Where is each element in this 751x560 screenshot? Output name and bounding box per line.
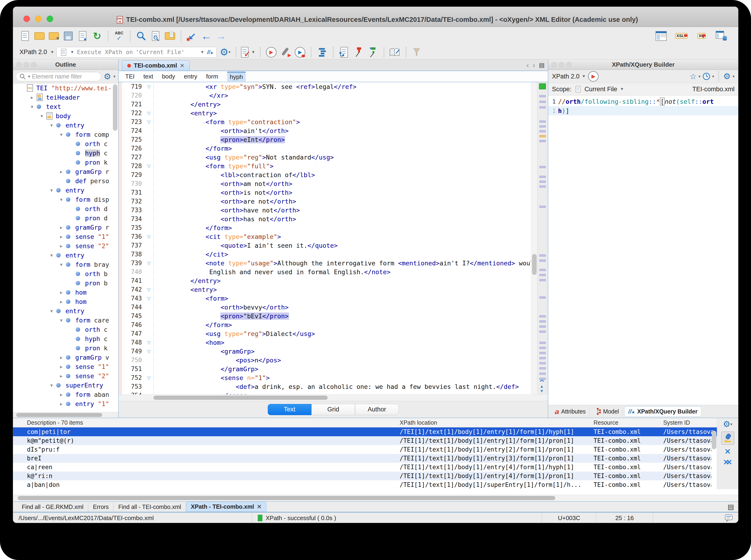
database-perspective-icon[interactable] xyxy=(715,29,728,42)
outline-tree-row[interactable]: ▼formbray xyxy=(13,260,118,269)
next-editor-icon[interactable]: › xyxy=(533,61,535,69)
breadcrumb-item-hyph[interactable]: hyph xyxy=(227,72,246,81)
outline-horizontal-scrollbar[interactable] xyxy=(13,412,118,418)
code-line[interactable]: 725 <pron>eInt</pron> xyxy=(122,135,531,144)
xml-refactoring-icon[interactable] xyxy=(338,46,350,59)
code-line[interactable]: 749▽ <gramGrp> xyxy=(122,347,531,356)
result-marker-tick[interactable] xyxy=(539,320,546,322)
outline-tree-row[interactable]: ▶sense"2" xyxy=(13,371,118,381)
open-folder-icon[interactable] xyxy=(34,29,45,42)
chevron-down-icon[interactable]: ▼ xyxy=(51,50,54,55)
code-line[interactable]: 733 <orth>have not</orth> xyxy=(122,206,531,215)
editor-tab-tei-combo[interactable]: TEI-combo.xml ✕ xyxy=(122,60,190,71)
code-line[interactable]: 723▽ <form type="contraction"> xyxy=(122,118,531,126)
chevron-down-icon[interactable]: ▾ xyxy=(732,74,734,79)
fold-toggle-icon[interactable]: ▽ xyxy=(144,163,154,169)
expand-arrow-icon[interactable]: ▶ xyxy=(57,243,66,248)
code-line[interactable]: 739▽ <note type="usage">Although the int… xyxy=(122,259,531,267)
bottom-tab-find-all-ge-rkmd-xml[interactable]: Find all - GE.RKMD.xml xyxy=(17,502,88,512)
code-line[interactable]: 736▽ <cit type="example"> xyxy=(122,232,531,241)
result-marker-tick[interactable] xyxy=(539,352,546,354)
code-line[interactable]: 752▽ <sense n="1"> xyxy=(122,373,531,382)
code-line[interactable]: 742▽ <entry> xyxy=(122,285,531,294)
collapse-arrow-icon[interactable]: ▼ xyxy=(47,253,56,258)
outline-tree-row[interactable]: TEITEI"http://www.tei- xyxy=(13,83,118,93)
expand-arrow-icon[interactable]: ▶ xyxy=(57,225,66,230)
code-line[interactable]: 753 <def>a drink, esp. an alcoholic one:… xyxy=(122,382,531,391)
result-marker-tick[interactable] xyxy=(539,357,546,359)
outline-tree-row[interactable]: ▶gramGrpr xyxy=(13,167,118,176)
chevron-down-icon[interactable]: ▼ xyxy=(70,50,74,55)
collapse-arrow-icon[interactable]: ▼ xyxy=(57,132,66,137)
table-row[interactable]: ca|reen/TEI[1]/text[1]/body[1]/entry[4]/… xyxy=(13,463,711,472)
expand-arrow-icon[interactable]: ▶ xyxy=(57,290,66,295)
outline-tree-row[interactable]: ▼entry xyxy=(13,120,118,130)
code-line[interactable]: 719▽ <xr type="syn">SYN. see <ref>legal<… xyxy=(122,82,531,91)
next-highlight-icon[interactable]: ▼ xyxy=(540,389,544,393)
fold-toggle-icon[interactable]: ▽ xyxy=(144,375,154,381)
format-indent-icon[interactable] xyxy=(316,46,328,59)
result-marker-tick[interactable] xyxy=(539,255,546,257)
xpath-combo[interactable]: ▼ Execute XPath on 'Current File' ▼ //★ xyxy=(56,47,217,58)
result-marker-tick[interactable] xyxy=(539,140,546,142)
table-row[interactable]: com|peti|tor/TEI[1]/text[1]/body[1]/entr… xyxy=(13,427,722,436)
zoom-window-button[interactable] xyxy=(47,16,53,22)
close-results-icon[interactable]: ✕ xyxy=(725,448,731,455)
validate-document-icon[interactable]: ✓▼ xyxy=(241,46,255,59)
outline-tree-row[interactable]: ▶entry"1" xyxy=(13,399,118,408)
last-modification-jump-icon[interactable]: ↙✱ xyxy=(186,29,198,42)
result-marker-tick[interactable] xyxy=(539,342,546,344)
expand-arrow-icon[interactable]: ▶ xyxy=(57,392,66,397)
outline-vertical-scrollbar[interactable] xyxy=(113,84,118,131)
outline-tree-row[interactable]: ▼superEntry xyxy=(13,381,118,390)
debug-xslt-icon[interactable]: XSLT xyxy=(675,29,688,42)
table-row[interactable]: k@"ri:n/TEI[1]/text[1]/body[1]/entry[4]/… xyxy=(13,472,711,480)
apply-transformation-icon[interactable]: ▶ xyxy=(265,46,277,59)
results-vertical-scrollbar[interactable] xyxy=(712,431,716,449)
execute-xpath-button[interactable]: ▶ xyxy=(588,71,599,82)
editor-horizontal-scrollbar[interactable] xyxy=(119,395,548,401)
pin-red-icon[interactable] xyxy=(353,46,364,59)
close-tab-icon[interactable]: ✕ xyxy=(257,503,262,510)
fold-toggle-icon[interactable]: ▽ xyxy=(144,287,154,292)
minimize-window-button[interactable] xyxy=(35,16,42,22)
outline-tree-row[interactable]: ▼formdisp xyxy=(13,195,118,204)
fold-toggle-icon[interactable]: ▽ xyxy=(144,111,154,116)
expand-arrow-icon[interactable]: ▶ xyxy=(27,95,37,100)
editor-layout-icon[interactable] xyxy=(655,29,667,42)
fold-toggle-icon[interactable]: ▽ xyxy=(144,296,154,301)
outline-tree-row[interactable]: ▶formaban xyxy=(13,390,118,399)
outline-tree-row[interactable]: ▶sense"1" xyxy=(13,362,118,371)
collapse-arrow-icon[interactable]: ▼ xyxy=(47,383,56,388)
reload-icon[interactable]: ↻ xyxy=(91,29,103,42)
collapse-arrow-icon[interactable]: ▼ xyxy=(57,197,66,202)
notification-bubble-icon[interactable] xyxy=(725,514,733,522)
tab-attributes[interactable]: aAttributes xyxy=(551,406,590,417)
debug-xq-icon[interactable]: XQ xyxy=(695,29,708,42)
outline-tree-row[interactable]: orthb xyxy=(13,269,118,278)
code-line[interactable]: 722▽ <entry> xyxy=(122,109,531,118)
result-marker-tick[interactable] xyxy=(539,367,546,369)
open-from-url-icon[interactable]: ● xyxy=(48,29,60,42)
code-line[interactable]: 751 </gramGrp> xyxy=(122,364,531,373)
code-line[interactable]: 738 </cit> xyxy=(122,250,531,259)
outline-tree-row[interactable]: ▶gramGrpv xyxy=(13,353,118,362)
breadcrumb-item-TEI[interactable]: TEI xyxy=(125,73,135,80)
chevron-down-icon[interactable]: ▼ xyxy=(200,50,204,55)
outline-tree-row[interactable]: prond xyxy=(13,213,118,223)
close-all-results-icon[interactable]: ✕✕ xyxy=(723,459,732,466)
result-marker-tick[interactable] xyxy=(539,331,546,333)
result-marker-tick[interactable] xyxy=(539,166,546,168)
code-line[interactable]: 741 </entry> xyxy=(122,276,531,285)
find-in-files-icon[interactable] xyxy=(164,29,176,42)
outline-tree-row[interactable]: ▶teiHeader xyxy=(13,93,118,102)
collapse-arrow-icon[interactable]: ▼ xyxy=(47,188,56,193)
code-line[interactable]: 729 <lbl>contraction of</lbl> xyxy=(122,171,531,179)
result-marker-tick[interactable] xyxy=(539,325,546,327)
bottom-tab-errors[interactable]: Errors xyxy=(88,502,114,512)
code-line[interactable]: 731 <orth>is not</orth> xyxy=(122,188,531,197)
code-lines[interactable]: 719▽ <xr type="syn">SYN. see <ref>legal<… xyxy=(122,82,531,395)
new-document-icon[interactable] xyxy=(19,29,31,42)
editor-vertical-scrollbar[interactable] xyxy=(531,82,537,395)
save-icon[interactable] xyxy=(62,29,74,42)
